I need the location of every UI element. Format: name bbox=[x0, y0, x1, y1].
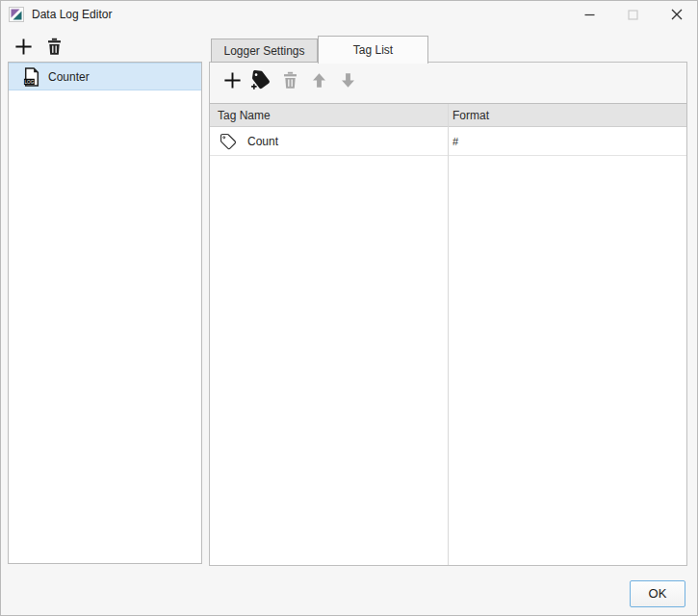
maximize-button bbox=[611, 0, 655, 29]
column-separator bbox=[448, 104, 449, 565]
delete-tag-button bbox=[279, 69, 300, 90]
tab-label: Tag List bbox=[353, 43, 393, 57]
format-cell[interactable]: # bbox=[448, 136, 686, 147]
add-logger-button[interactable] bbox=[13, 36, 34, 57]
column-header-tag-name: Tag Name bbox=[210, 109, 448, 122]
add-tag-button[interactable] bbox=[221, 69, 243, 90]
trash-icon-disabled bbox=[281, 70, 299, 90]
logger-list: LOG Counter bbox=[8, 62, 202, 564]
ok-button[interactable]: OK bbox=[630, 580, 685, 607]
tag-toolbar bbox=[221, 69, 358, 90]
log-file-icon: LOG bbox=[23, 67, 39, 87]
plus-icon bbox=[222, 70, 243, 90]
maximize-icon bbox=[628, 10, 638, 20]
minimize-button[interactable] bbox=[568, 0, 611, 29]
move-down-button bbox=[337, 69, 358, 90]
arrow-up-icon bbox=[310, 71, 328, 90]
title-bar: Data Log Editor bbox=[0, 0, 698, 29]
tag-name-value: Count bbox=[247, 135, 278, 148]
tag-plus-icon bbox=[250, 69, 271, 90]
arrow-down-icon bbox=[339, 71, 357, 90]
data-log-editor-window: { "window": { "title": "Data Log Editor"… bbox=[0, 0, 698, 616]
move-up-button bbox=[308, 69, 329, 90]
logger-item-label: Counter bbox=[48, 70, 90, 84]
minimize-icon bbox=[584, 10, 595, 20]
trash-icon bbox=[45, 37, 64, 56]
tab-tag-list[interactable]: Tag List bbox=[318, 36, 428, 64]
tab-logger-settings[interactable]: Logger Settings bbox=[211, 38, 318, 63]
tab-label: Logger Settings bbox=[223, 44, 304, 58]
app-icon bbox=[9, 7, 24, 22]
window-controls bbox=[568, 0, 698, 29]
svg-text:LOG: LOG bbox=[25, 79, 35, 84]
tag-table: Tag Name Format Count # bbox=[209, 103, 687, 566]
close-button[interactable] bbox=[655, 0, 698, 29]
delete-logger-button[interactable] bbox=[43, 36, 65, 57]
column-header-format: Format bbox=[448, 109, 686, 122]
tag-icon bbox=[220, 133, 237, 150]
logger-list-item-counter[interactable]: LOG Counter bbox=[9, 63, 201, 90]
close-icon bbox=[671, 9, 683, 20]
logger-toolbar bbox=[13, 36, 65, 57]
plus-icon bbox=[13, 37, 34, 57]
tag-list-pane: Tag Name Format Count # bbox=[209, 62, 687, 564]
add-tag-quick-button[interactable] bbox=[250, 69, 271, 90]
window-title: Data Log Editor bbox=[32, 8, 112, 21]
tag-name-cell[interactable]: Count bbox=[210, 133, 448, 150]
